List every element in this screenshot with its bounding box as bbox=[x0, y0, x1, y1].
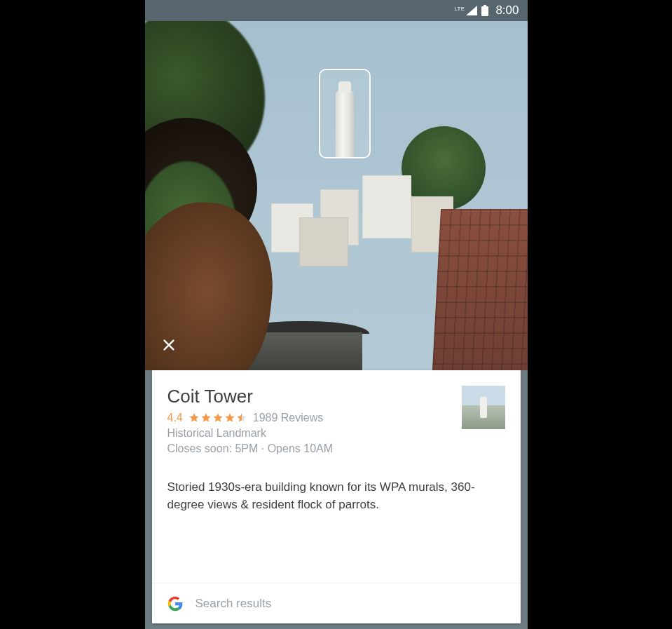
star-half-icon bbox=[236, 412, 247, 424]
phone-frame: LTE 8:00 bbox=[145, 0, 528, 629]
detection-bounding-box[interactable] bbox=[319, 69, 371, 158]
reviews-count: 1989 Reviews bbox=[253, 412, 324, 424]
lens-viewport[interactable] bbox=[145, 21, 528, 370]
svg-rect-0 bbox=[481, 6, 488, 16]
result-description: Storied 1930s-era building known for its… bbox=[167, 479, 505, 513]
status-bar: LTE 8:00 bbox=[145, 0, 528, 21]
hours-label: Closes soon: 5PM · Opens 10AM bbox=[167, 442, 334, 455]
close-icon bbox=[161, 337, 177, 356]
network-type-label: LTE bbox=[454, 6, 465, 12]
battery-icon bbox=[481, 5, 488, 16]
close-button[interactable] bbox=[158, 335, 180, 358]
google-logo-icon bbox=[167, 596, 183, 611]
search-results-button[interactable]: Search results bbox=[152, 583, 521, 623]
cell-signal-icon bbox=[466, 6, 477, 15]
result-title: Coit Tower bbox=[167, 386, 334, 407]
result-thumbnail[interactable] bbox=[462, 386, 505, 429]
star-icon bbox=[212, 412, 224, 424]
star-icon bbox=[188, 412, 200, 424]
result-card-body: Coit Tower 4.4 1989 Review bbox=[167, 386, 334, 455]
star-icon bbox=[224, 412, 235, 424]
category-label: Historical Landmark bbox=[167, 427, 334, 440]
clock-label: 8:00 bbox=[495, 4, 519, 18]
rating-row: 4.4 1989 Reviews bbox=[167, 412, 334, 424]
star-icon bbox=[200, 412, 212, 424]
rating-stars bbox=[188, 412, 247, 424]
result-card[interactable]: Coit Tower 4.4 1989 Review bbox=[152, 370, 521, 623]
search-results-label: Search results bbox=[196, 597, 272, 611]
svg-rect-1 bbox=[484, 5, 486, 6]
rating-value: 4.4 bbox=[167, 412, 183, 424]
